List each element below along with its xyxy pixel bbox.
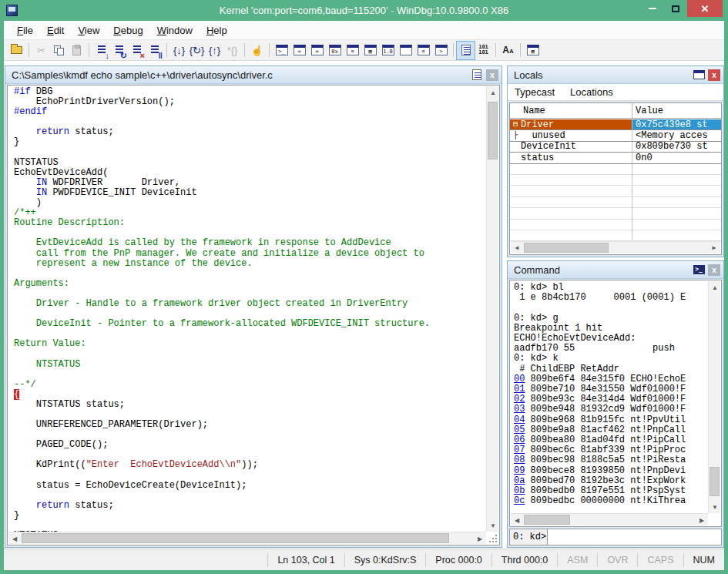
code-line: EchoPrintDriverVersion(); [14, 97, 486, 107]
scratch-pad-window-icon[interactable] [397, 42, 414, 59]
locals-row-unused[interactable]: ├ unused<Memory acces [510, 130, 721, 141]
stack-frame-link-06[interactable]: 06 [514, 435, 525, 445]
scroll-up-arrow-icon[interactable]: ▲ [709, 281, 721, 294]
locals-row-DeviceInit[interactable]: DeviceInit0x809be730 st [510, 142, 721, 153]
command-window-header[interactable]: Command >_ x [508, 261, 723, 279]
copy-icon[interactable] [50, 42, 68, 59]
source-mode-on-icon[interactable] [457, 42, 475, 59]
call-stack-window-icon[interactable]: ▤ [361, 42, 379, 59]
locals-empty-row [510, 164, 721, 175]
scroll-thumb[interactable] [524, 515, 570, 525]
go-icon[interactable]: ↓ [92, 42, 110, 59]
source-window-header[interactable]: C:\Samples\kmdf echo sample\c++\driver\a… [5, 66, 502, 84]
status-asm: ASM [557, 553, 597, 567]
status-thrd-000-0: Thrd 000:0 [491, 553, 557, 567]
locals-row-Driver[interactable]: ⊟Driver0x75c439e8 st [510, 119, 721, 130]
break-hand-icon[interactable]: ☝ [248, 42, 266, 59]
stack-frame-link-03[interactable]: 03 [514, 404, 525, 415]
disassembly-window-icon[interactable]: ≡ [414, 42, 432, 59]
menu-help[interactable]: Help [200, 25, 234, 36]
source-horizontal-scrollbar[interactable]: ◀ ▶ [8, 532, 486, 544]
menu-view[interactable]: View [71, 25, 106, 36]
locals-dock-button[interactable] [692, 69, 706, 81]
locals-menu-typecast[interactable]: Typecast [515, 86, 555, 98]
go-unhandled-exception-icon[interactable]: ‖ [146, 42, 163, 59]
floating-point-window-icon[interactable]: 1.0 [379, 42, 397, 59]
menu-debug[interactable]: Debug [106, 25, 149, 36]
locals-table-header: Name Value [510, 103, 721, 119]
menu-window[interactable]: Window [150, 25, 200, 36]
resize-grip[interactable] [487, 532, 498, 544]
scroll-right-arrow-icon[interactable]: ▶ [696, 514, 708, 526]
menu-edit[interactable]: Edit [40, 25, 71, 36]
variable-name: unused [521, 130, 565, 140]
process-thread-window-icon[interactable]: > [432, 42, 450, 59]
command-close-button[interactable]: x [708, 264, 720, 276]
locals-row-status[interactable]: status0n0 [510, 153, 721, 163]
scroll-left-arrow-icon[interactable]: ◀ [511, 242, 523, 254]
scroll-left-arrow-icon[interactable]: ◀ [8, 532, 21, 545]
stack-frame-link-08[interactable]: 08 [514, 455, 525, 465]
watch-window-icon[interactable]: ∞ [290, 42, 308, 59]
scroll-left-arrow-icon[interactable]: ◀ [511, 514, 523, 526]
scroll-thumb[interactable] [22, 533, 449, 543]
scroll-right-arrow-icon[interactable]: ▶ [474, 532, 486, 545]
source-mode-button[interactable] [470, 69, 484, 81]
command-line: 0c 809bedbc 00000000 nt!KiThrea [514, 496, 708, 506]
scroll-thumb[interactable] [710, 467, 720, 496]
scroll-thumb[interactable] [488, 102, 498, 159]
command-input[interactable] [548, 529, 722, 545]
source-editor[interactable]: #if DBG EchoPrintDriverVersion();#endif … [7, 85, 500, 545]
code-line [14, 349, 486, 359]
stack-frame-link-02[interactable]: 02 [514, 394, 525, 404]
code-line: --*/ [14, 380, 486, 390]
font-icon[interactable]: AA [499, 42, 517, 59]
scroll-up-arrow-icon[interactable]: ▲ [487, 86, 499, 99]
restart-icon[interactable]: ↻ [110, 42, 128, 59]
locals-table: Name Value ⊟Driver0x75c439e8 st├ unused<… [509, 102, 722, 255]
scroll-down-arrow-icon[interactable]: ▼ [487, 519, 499, 532]
source-close-button[interactable]: x [486, 69, 498, 81]
scroll-right-arrow-icon[interactable]: ▶ [708, 242, 720, 254]
stack-frame-link-00[interactable]: 00 [514, 374, 525, 384]
scroll-thumb[interactable] [524, 243, 609, 253]
stack-frame-link-0b[interactable]: 0b [514, 485, 525, 496]
maximize-button[interactable] [664, 0, 687, 17]
source-vertical-scrollbar[interactable]: ▲ ▼ [486, 86, 498, 532]
command-window-icon[interactable]: >_ [273, 42, 290, 59]
locals-window-icon[interactable]: ∞ [308, 42, 326, 59]
code-line: IN PWDFDEVICE_INIT DeviceInit [14, 188, 486, 198]
assembly-mode-icon[interactable]: 101101 [475, 42, 492, 59]
locals-horizontal-scrollbar[interactable]: ◀ ▶ [511, 241, 720, 253]
stack-frame-link-0c[interactable]: 0c [514, 495, 525, 506]
open-source-file-icon[interactable] [8, 42, 25, 59]
registers-window-icon[interactable]: 0x [326, 42, 344, 59]
stack-frame-link-01[interactable]: 01 [514, 384, 525, 394]
variable-value: 0x809be730 st [632, 142, 721, 152]
stack-frame-link-09[interactable]: 09 [514, 465, 525, 476]
options-icon[interactable]: ▤ [524, 42, 542, 59]
command-horizontal-scrollbar[interactable]: ◀ ▶ [511, 513, 708, 525]
command-output-panel[interactable]: 0: kd> bl 1 e 8b4cb170 0001 (0001) E 0: … [509, 280, 722, 527]
locals-window-header[interactable]: Locals x [508, 66, 723, 84]
memory-window-icon[interactable]: ≡ [344, 42, 361, 59]
step-out-icon[interactable]: {↑} [206, 42, 223, 59]
step-over-icon[interactable]: {↻} [188, 42, 206, 59]
stack-frame-link-05[interactable]: 05 [514, 425, 525, 435]
stack-frame-link-04[interactable]: 04 [514, 415, 525, 425]
command-vertical-scrollbar[interactable]: ▲ ▼ [708, 281, 720, 513]
expander-icon[interactable]: ⊟ [510, 119, 521, 129]
stop-debugging-icon[interactable]: × [128, 42, 146, 59]
scroll-down-arrow-icon[interactable]: ▼ [709, 501, 721, 513]
stack-frame-link-0a[interactable]: 0a [514, 475, 525, 486]
locals-menu-locations[interactable]: Locations [570, 86, 613, 98]
stack-frame-link-07[interactable]: 07 [514, 445, 525, 455]
command-dock-button[interactable]: >_ [692, 264, 706, 276]
menu-file[interactable]: File [10, 25, 40, 36]
locals-close-button[interactable]: x [708, 69, 720, 81]
step-into-icon[interactable]: {↓} [170, 42, 188, 59]
variable-value: 0x75c439e8 st [632, 119, 721, 129]
close-button[interactable]: ✕ [687, 0, 723, 17]
minimize-button[interactable] [641, 0, 664, 17]
code-line: Return Value: [14, 339, 486, 349]
